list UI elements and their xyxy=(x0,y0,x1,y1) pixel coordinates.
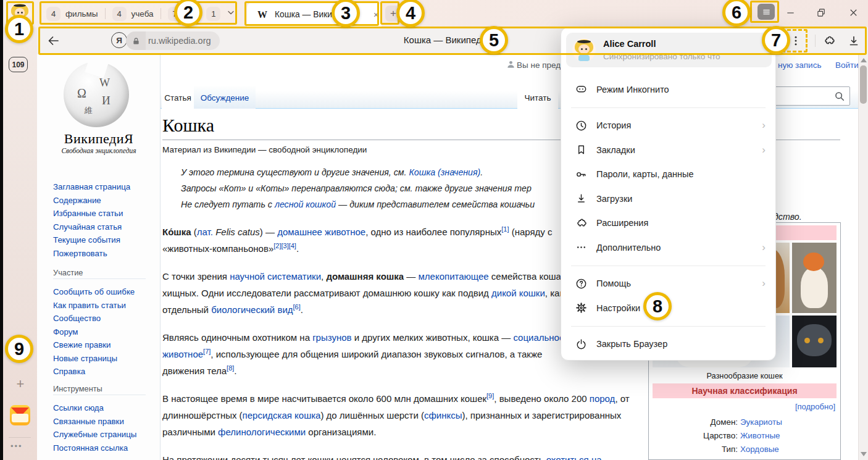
nav-link[interactable]: Случайная статья xyxy=(53,220,130,234)
tab-article[interactable]: Статья xyxy=(162,86,194,109)
puzzle-icon xyxy=(575,217,588,230)
wikipedia-globe-logo[interactable]: Ω W И 維 xyxy=(64,62,129,127)
collage-caption: Разнообразие кошек xyxy=(653,371,837,380)
scroll-up-arrow[interactable] xyxy=(861,58,867,62)
callout-3: 3 xyxy=(332,0,360,27)
incognito-mask-icon xyxy=(575,83,588,96)
menu-item-history[interactable]: История › xyxy=(561,114,775,138)
nav-link[interactable]: Связанные правки xyxy=(53,415,136,429)
close-button[interactable] xyxy=(844,2,862,22)
cat-photo xyxy=(792,316,837,367)
chevron-right-icon: › xyxy=(762,119,766,132)
chevron-right-icon: › xyxy=(762,277,766,290)
callout-9: 9 xyxy=(5,335,33,363)
rail-divider xyxy=(9,437,31,438)
highlight-address-bar xyxy=(38,27,867,55)
login-link[interactable]: Войти xyxy=(835,61,858,70)
nav-link[interactable]: Как править статьи xyxy=(53,299,135,312)
ellipsis-icon xyxy=(575,241,588,254)
nav-link[interactable]: Новые страницы xyxy=(53,352,135,366)
menu-item-bookmarks[interactable]: Закладки › xyxy=(561,138,775,162)
callout-7: 7 xyxy=(762,26,790,54)
restore-button[interactable] xyxy=(812,2,830,22)
not-logged-in-label: Вы не представились системе xyxy=(517,61,564,70)
chevron-right-icon: › xyxy=(762,241,766,254)
minimize-button[interactable] xyxy=(781,2,799,22)
details-link[interactable]: [подробно] xyxy=(795,402,835,411)
nav-link[interactable]: Избранные статьи xyxy=(53,207,130,220)
yandex-mail-icon[interactable] xyxy=(10,405,30,425)
table-row: Тип: Хордовые xyxy=(649,443,834,456)
key-icon xyxy=(575,168,588,181)
highlight-tab-groups xyxy=(40,1,237,25)
nav-link[interactable]: Форум xyxy=(53,325,135,339)
nav-link[interactable]: Служебные страницы xyxy=(53,428,136,441)
menu-separator xyxy=(571,107,766,108)
menu-separator xyxy=(571,326,766,327)
nav-link[interactable]: Справка xyxy=(53,365,135,378)
page-scrollbar[interactable] xyxy=(858,54,868,460)
nav-link[interactable]: Постоянная ссылка xyxy=(53,441,136,455)
nav-participation-header: Участие xyxy=(53,268,146,279)
nav-link[interactable]: Пожертвовать xyxy=(53,247,130,261)
sidebar-rail: 109 + ••• xyxy=(3,27,37,460)
tab-counter-badge[interactable]: 109 xyxy=(9,57,28,72)
paragraph-5: На протяжении десяти тысяч лет кошки цен… xyxy=(162,451,643,460)
tab-talk[interactable]: Обсуждение xyxy=(194,86,256,109)
wikipedia-tagline: Свободная энциклопедия xyxy=(37,147,161,154)
classification-header: Научная классификация xyxy=(653,383,837,398)
menu-item-quit[interactable]: Закрыть Браузер xyxy=(561,332,775,357)
rail-add-button[interactable]: + xyxy=(13,376,28,392)
user-icon xyxy=(506,60,515,72)
callout-5: 5 xyxy=(480,26,508,54)
nav-link[interactable]: Свежие правки xyxy=(53,338,135,352)
clock-icon xyxy=(575,119,588,132)
cat-photo xyxy=(792,243,837,313)
nav-tools: Ссылки сюда Связанные правки Служебные с… xyxy=(53,401,136,454)
create-account-link-fragment[interactable]: ную запись xyxy=(778,61,821,70)
wiki-sidebar: Ω W И 維 ВикипедиЯ Свободная энциклопедия… xyxy=(37,54,161,460)
scroll-thumb[interactable] xyxy=(860,65,867,104)
menu-separator xyxy=(571,266,766,266)
taxon-link[interactable]: Эукариоты xyxy=(740,416,782,429)
callout-1: 1 xyxy=(5,15,33,43)
wikipedia-wordmark[interactable]: ВикипедиЯ xyxy=(37,131,161,147)
scroll-down-arrow[interactable] xyxy=(861,452,867,456)
nav-link[interactable]: Ссылки сюда xyxy=(53,401,136,415)
callout-4: 4 xyxy=(396,0,425,27)
menu-item-passwords[interactable]: Пароли, карты, данные xyxy=(561,162,775,187)
table-row: Домен: Эукариоты xyxy=(649,416,834,429)
browser-window: 4 фильмы 4 учеба 7 раб 1 W Кошка — Викип… xyxy=(0,0,868,460)
nav-main: Заглавная страница Содержание Избранные … xyxy=(53,180,130,260)
hatnote-tail-fragment: дство. xyxy=(774,212,802,222)
tab-read[interactable]: Читать xyxy=(517,86,558,109)
menu-item-extensions[interactable]: Расширения xyxy=(561,211,775,236)
classification-rows: Домен: Эукариоты Царство: Животные Тип: … xyxy=(649,416,834,460)
paragraph-4: В настоящее время в мире насчитывается о… xyxy=(162,390,643,440)
gear-icon xyxy=(575,301,588,314)
table-row: Царство: Животные xyxy=(649,429,834,443)
power-icon xyxy=(575,338,588,351)
taxon-link[interactable]: Хордовые xyxy=(740,443,779,456)
callout-8: 8 xyxy=(643,292,672,320)
nav-link[interactable]: Заглавная страница xyxy=(53,180,130,194)
highlight-menu-button xyxy=(750,1,779,23)
nav-tools-header: Инструменты xyxy=(53,384,146,395)
search-icon[interactable] xyxy=(834,91,845,102)
nav-link[interactable]: Текущие события xyxy=(53,233,130,247)
taxon-link[interactable]: Животные xyxy=(740,429,780,443)
download-icon xyxy=(575,192,588,205)
menu-item-help[interactable]: Помощь › xyxy=(561,272,775,296)
bookmark-icon xyxy=(575,143,588,156)
nav-link[interactable]: Сообщить об ошибке xyxy=(53,285,135,299)
menu-item-more[interactable]: Дополнительно › xyxy=(561,235,775,260)
chevron-right-icon: › xyxy=(762,144,766,156)
menu-item-downloads[interactable]: Загрузки xyxy=(561,186,775,211)
table-row: Класс: Млекопитающие xyxy=(649,456,834,460)
nav-link[interactable]: Сообщество xyxy=(53,312,135,325)
nav-participation: Сообщить об ошибке Как править статьи Со… xyxy=(53,285,135,378)
menu-item-incognito[interactable]: Режим Инкогнито xyxy=(561,77,775,102)
nav-link[interactable]: Содержание xyxy=(53,194,130,207)
rail-more-button[interactable]: ••• xyxy=(10,441,23,451)
taxon-link[interactable]: Млекопитающие xyxy=(740,456,804,460)
